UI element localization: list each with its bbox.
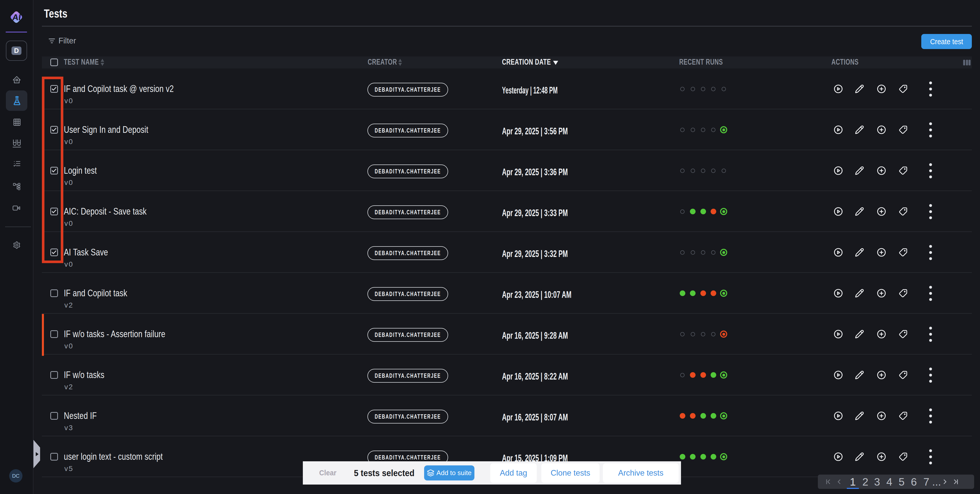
- svg-text:AI: AI: [12, 13, 21, 22]
